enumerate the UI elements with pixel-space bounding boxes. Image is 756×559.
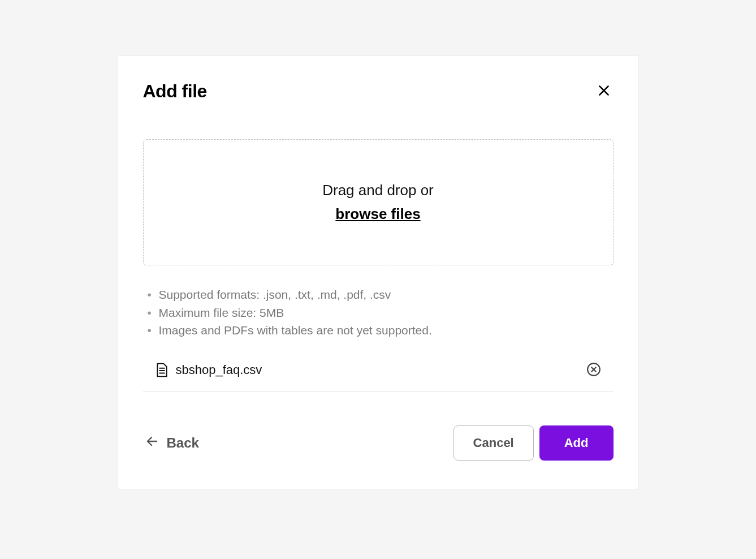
add-button[interactable]: Add [539,425,614,461]
modal-footer: Back Cancel Add [143,425,614,461]
dropzone-instruction: Drag and drop or [322,182,434,199]
file-info: sbshop_faq.csv [155,363,262,377]
add-file-modal: Add file Drag and drop or browse files S… [118,56,638,489]
close-icon [597,83,611,100]
remove-icon [586,362,601,379]
hint-item: Supported formats: .json, .txt, .md, .pd… [146,286,614,304]
cancel-button[interactable]: Cancel [453,425,534,461]
hint-item: Images and PDFs with tables are not yet … [146,321,614,339]
file-name: sbshop_faq.csv [176,363,262,377]
footer-buttons: Cancel Add [453,425,614,461]
selected-file-row: sbshop_faq.csv [143,362,614,392]
arrow-left-icon [145,435,159,452]
back-label: Back [167,435,199,451]
dropzone-text: Drag and drop or browse files [322,179,434,226]
hints-list: Supported formats: .json, .txt, .md, .pd… [143,286,614,339]
hint-item: Maximum file size: 5MB [146,304,614,322]
back-button[interactable]: Back [143,435,199,452]
remove-file-button[interactable] [586,362,601,379]
modal-title: Add file [143,81,207,102]
file-icon [155,363,168,377]
modal-header: Add file [143,81,614,102]
close-button[interactable] [594,81,614,102]
file-dropzone[interactable]: Drag and drop or browse files [143,139,614,265]
browse-files-link[interactable]: browse files [335,205,420,222]
